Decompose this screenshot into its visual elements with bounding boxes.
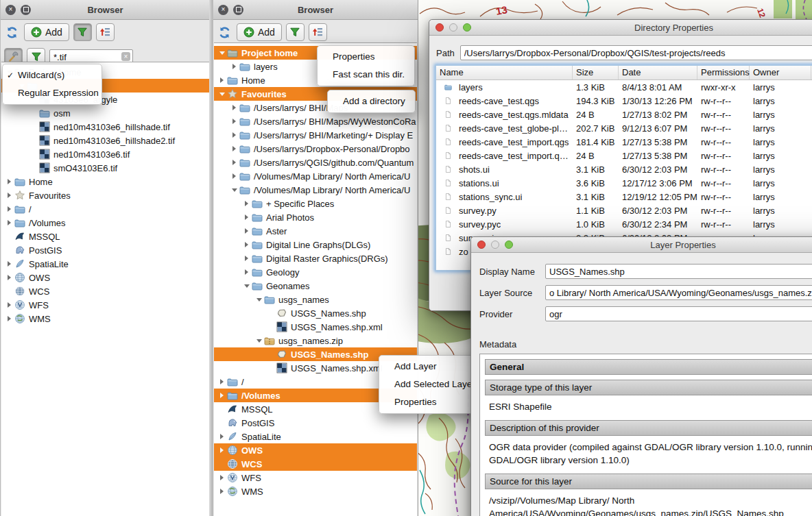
add-button[interactable]: Add	[24, 23, 69, 41]
left-tree-item-spatialite[interactable]: SpatiaLite	[1, 257, 209, 271]
file-row-reeds-cave-test-import-qgs[interactable]: reeds-cave_test_import.qgs181.4 KiB1/27/…	[436, 135, 812, 149]
file-row-survey-pyc[interactable]: survey.pyc1.0 KiB6/30/12 2:34 PMrw-r--r-…	[436, 217, 812, 231]
chevron-down-icon[interactable]	[255, 293, 264, 306]
file-row-reeds-cave-test-import-q[interactable]: reeds-cave_test_import.q…24 B1/27/13 5:3…	[436, 149, 812, 162]
chevron-right-icon[interactable]	[5, 271, 14, 284]
left-tree-item-wms[interactable]: WMS	[1, 312, 209, 325]
chevron-right-icon[interactable]	[218, 389, 227, 402]
mid-tree-item-geonames[interactable]: Geonames	[214, 279, 417, 293]
chevron-right-icon[interactable]	[5, 216, 14, 230]
chevron-right-icon[interactable]	[243, 210, 252, 224]
mid-tree-item-usgs-names-zip[interactable]: usgs_names.zip	[214, 334, 417, 347]
mid-tree-item-arial-photos[interactable]: Arial Photos	[214, 210, 417, 224]
column-header-date[interactable]: Date	[619, 66, 697, 79]
left-tree-item-osm[interactable]: osm	[1, 106, 209, 120]
collapse-all-button[interactable]	[96, 23, 115, 41]
refresh-button[interactable]	[4, 23, 20, 41]
zoom-button[interactable]	[505, 241, 513, 249]
panel-float-icon[interactable]	[21, 5, 31, 15]
close-button[interactable]	[435, 23, 444, 32]
left-tree-item-ned10m43103e6-hillshade2-tif[interactable]: ned10m43103e6_hillshade2.tif	[1, 134, 209, 147]
mid-tree-item-usgs-names[interactable]: usgs_names	[214, 293, 417, 306]
mid-tree-item-wfs[interactable]: WFS	[214, 471, 417, 484]
display-name-input[interactable]	[545, 264, 812, 279]
chevron-right-icon[interactable]	[5, 298, 14, 312]
chevron-right-icon[interactable]	[243, 197, 252, 210]
file-row-shots-ui[interactable]: shots.ui3.1 KiB6/30/12 2:03 PMrw-r--r--l…	[436, 162, 812, 176]
mid-tree-item-volumes-map-library-north-america-u[interactable]: /Volumes/Map Library/ North America/U	[214, 183, 417, 197]
minimize-button[interactable]	[491, 241, 499, 249]
chevron-right-icon[interactable]	[218, 375, 227, 389]
mid-tree-item-geology[interactable]: Geology	[214, 265, 417, 279]
chevron-right-icon[interactable]	[218, 443, 227, 457]
chevron-right-icon[interactable]	[218, 73, 227, 87]
chevron-right-icon[interactable]	[5, 202, 14, 216]
menu-item-add-a-directory[interactable]: Add a directory	[328, 93, 415, 110]
mid-tree-item-wms[interactable]: WMS	[214, 484, 417, 498]
chevron-right-icon[interactable]	[218, 484, 227, 498]
mid-tree-item-users-larrys-dropbox-personal-dropbo[interactable]: /Users/larrys/Dropbox-Personal/Dropbo	[214, 142, 417, 156]
file-row-survey-py[interactable]: survey.py1.1 KiB6/30/12 2:03 PMrw-r--r--…	[436, 204, 812, 217]
mid-tree-item-usgs-names-shp[interactable]: USGS_Names.shp	[214, 306, 417, 320]
file-row-layers[interactable]: layers1.3 KiB8/4/13 8:01 AMrwxr-xr-xlarr…	[436, 80, 812, 94]
left-tree-item-volumes[interactable]: /Volumes	[1, 216, 209, 230]
chevron-right-icon[interactable]	[5, 175, 14, 188]
mid-tree-item-aster[interactable]: Aster	[214, 224, 417, 238]
chevron-right-icon[interactable]	[218, 430, 227, 443]
chevron-down-icon[interactable]	[230, 183, 239, 197]
window-titlebar[interactable]: Layer Properties	[471, 237, 812, 253]
path-input[interactable]	[460, 45, 812, 60]
mid-tree-item-spatialite[interactable]: SpatiaLite	[214, 430, 417, 443]
add-button[interactable]: Add	[237, 23, 282, 41]
file-row-stations-sync-ui[interactable]: stations_sync.ui3.1 KiB12/19/12 12:05 PM…	[436, 190, 812, 204]
mid-tree-item-usgs-names-shp-xml[interactable]: USGS_Names.shp.xml	[214, 320, 417, 334]
mid-tree-item-users-larrys-qgis-github-com-quantum[interactable]: /Users/larrys/QGIS/github.com/Quantum	[214, 156, 417, 169]
chevron-down-icon[interactable]	[255, 334, 264, 347]
chevron-right-icon[interactable]	[243, 265, 252, 279]
menu-item-wildcard-s[interactable]: ✓Wildcard(s)	[3, 66, 102, 84]
chevron-right-icon[interactable]	[230, 60, 239, 73]
clear-input-icon[interactable]: ×	[121, 52, 130, 61]
left-tree-item-wfs[interactable]: WFS	[1, 298, 209, 312]
chevron-down-icon[interactable]	[218, 46, 227, 60]
chevron-right-icon[interactable]	[5, 312, 14, 325]
mid-tree-item-volumes-map-library-north-america-u[interactable]: /Volumes/Map Library/ North America/U	[214, 169, 417, 183]
provider-input[interactable]	[545, 306, 812, 321]
column-header-owner[interactable]: Owner	[750, 66, 811, 79]
left-tree-item-ned10m43103e6-hillshade-tif[interactable]: ned10m43103e6_hillshade.tif	[1, 120, 209, 134]
refresh-button[interactable]	[217, 23, 232, 41]
left-tree-item-favourites[interactable]: Favourites	[1, 188, 209, 202]
file-row-reeds-cave-test-globe-pl[interactable]: reeds-cave_test_globe-pl…202.7 KiB9/12/1…	[436, 121, 812, 135]
left-tree-item-home[interactable]: Home	[1, 175, 209, 188]
chevron-right-icon[interactable]	[243, 251, 252, 265]
zoom-button[interactable]	[463, 23, 471, 32]
file-row-reeds-cave-test-qgs[interactable]: reeds-cave_test.qgs194.3 KiB1/30/13 12:2…	[436, 94, 812, 108]
chevron-right-icon[interactable]	[230, 169, 239, 183]
chevron-down-icon[interactable]	[243, 279, 252, 293]
chevron-right-icon[interactable]	[218, 471, 227, 484]
menu-item-regular-expression[interactable]: Regular Expression	[3, 84, 102, 102]
left-tree-item-ows[interactable]: OWS	[1, 271, 209, 284]
mid-tree-item-wcs[interactable]: WCS	[214, 457, 417, 471]
chevron-right-icon[interactable]	[230, 114, 239, 128]
chevron-right-icon[interactable]	[230, 142, 239, 156]
panel-close-icon[interactable]: ×	[218, 5, 228, 15]
mid-tree-item-postgis[interactable]: PostGIS	[214, 416, 417, 430]
chevron-right-icon[interactable]	[243, 238, 252, 251]
panel-close-icon[interactable]: ×	[5, 5, 16, 15]
filter-toggle-button[interactable]	[286, 23, 304, 41]
close-button[interactable]	[477, 241, 486, 249]
column-header-permissions[interactable]: Permissions	[697, 66, 750, 79]
window-titlebar[interactable]: Directory Properties	[429, 20, 812, 36]
left-tree-item-item[interactable]: /	[1, 202, 209, 216]
chevron-right-icon[interactable]	[230, 128, 239, 142]
collapse-all-button[interactable]	[309, 23, 327, 41]
chevron-right-icon[interactable]	[5, 257, 14, 271]
chevron-right-icon[interactable]	[243, 224, 252, 238]
mid-tree-item-ows[interactable]: OWS	[214, 443, 417, 457]
left-tree-item-smo43103e6-tif[interactable]: smO43103E6.tif	[1, 161, 209, 175]
chevron-right-icon[interactable]	[230, 101, 239, 114]
mid-tree-item-users-larrys-bhi-marketing-display-e[interactable]: /Users/larrys/ BHI/Marketing/+ Display E	[214, 128, 417, 142]
column-header-name[interactable]: Name	[436, 66, 573, 79]
column-header-size[interactable]: Size	[573, 66, 619, 79]
